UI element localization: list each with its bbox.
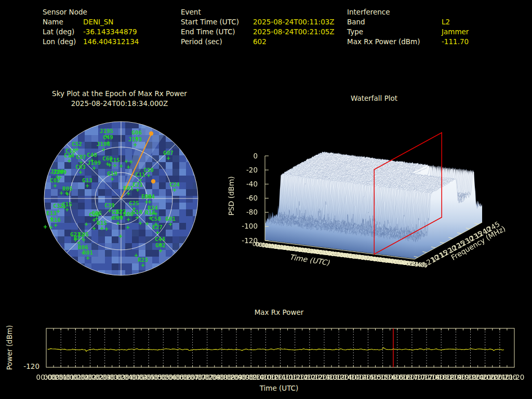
header-sensor-lat-value: -36.143344879 bbox=[83, 28, 137, 36]
maxrx-xlabel: Time (UTC) bbox=[227, 384, 331, 392]
maxrx-canvas bbox=[0, 304, 532, 382]
header-interference-type-value: Jammer bbox=[442, 28, 469, 36]
header-event-period-value: 602 bbox=[253, 37, 267, 46]
skyplot-subtitle: 2025-08-24T00:18:34.000Z bbox=[21, 99, 218, 108]
header-interference-power-label: Max Rx Power (dBm) bbox=[347, 37, 420, 46]
waterfall-title: Waterfall Plot bbox=[322, 94, 426, 102]
skyplot-title: Sky Plot at the Epoch of Max Rx Power bbox=[21, 89, 218, 98]
header-interference-power-value: -111.70 bbox=[442, 37, 469, 46]
header-event-end-label: End Time (UTC) bbox=[181, 28, 235, 36]
header-sensor-lat-label: Lat (deg) bbox=[43, 28, 74, 36]
header-sensor-name-label: Name bbox=[43, 18, 63, 26]
waterfall-canvas bbox=[221, 117, 532, 291]
header-interference-type-label: Type bbox=[347, 28, 363, 36]
header-event-start-label: Start Time (UTC) bbox=[181, 18, 239, 26]
header-sensor-lon-value: 146.404312134 bbox=[83, 37, 139, 46]
header-event-end-value: 2025-08-24T00:21:05Z bbox=[253, 28, 335, 36]
header-interference-band-value: L2 bbox=[442, 18, 450, 26]
header-interference-title: Interference bbox=[347, 8, 390, 16]
header-sensor-name-value: DENI_SN bbox=[83, 18, 113, 26]
header-interference-band-label: Band bbox=[347, 18, 365, 26]
header-sensor-title: Sensor Node bbox=[43, 8, 87, 16]
header-event-period-label: Period (sec) bbox=[181, 37, 222, 46]
skyplot-canvas bbox=[29, 115, 216, 280]
dashboard-root: { "colors": { "bg": "#000000", "label": … bbox=[0, 0, 532, 399]
header-sensor-lon-label: Lon (deg) bbox=[43, 37, 76, 46]
header-event-title: Event bbox=[181, 8, 201, 16]
header-event-start-value: 2025-08-24T00:11:03Z bbox=[253, 18, 335, 26]
